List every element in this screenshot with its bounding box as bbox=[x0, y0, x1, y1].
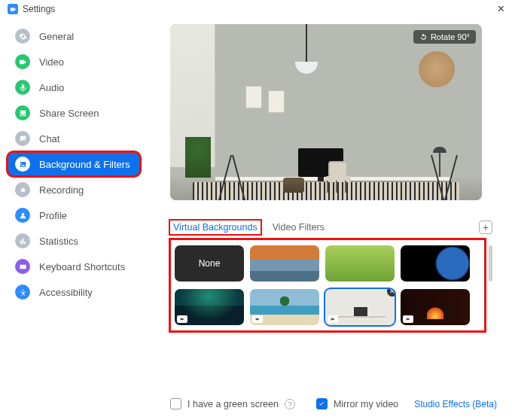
background-thumb-bridge[interactable] bbox=[250, 245, 319, 282]
background-thumb-office[interactable]: ✕ bbox=[325, 289, 395, 325]
tab-video-filters[interactable]: Video Filters bbox=[271, 220, 326, 235]
backgrounds-panel: None✕ bbox=[170, 239, 485, 331]
sidebar-item-label: Chat bbox=[39, 133, 59, 145]
scrollbar[interactable] bbox=[489, 245, 492, 282]
sidebar-item-audio[interactable]: Audio bbox=[8, 75, 140, 99]
stats-icon bbox=[15, 233, 30, 248]
sidebar-item-label: Share Screen bbox=[39, 108, 99, 119]
footer-options: I have a green screen ? Mirror my video … bbox=[170, 398, 497, 409]
audio-icon bbox=[15, 80, 30, 95]
app-logo bbox=[8, 4, 18, 14]
sidebar-item-label: Background & Filters bbox=[39, 159, 130, 170]
mirror-label: Mirror my video bbox=[334, 399, 398, 409]
sidebar-item-label: Keyboard Shortcuts bbox=[39, 261, 125, 272]
sidebar-item-share-screen[interactable]: Share Screen bbox=[8, 101, 140, 125]
sidebar-item-label: Profile bbox=[39, 210, 67, 221]
recording-icon bbox=[15, 182, 30, 197]
sidebar-item-accessibility[interactable]: Accessibility bbox=[8, 280, 140, 304]
background-thumb-fire[interactable] bbox=[401, 289, 470, 325]
sidebar-item-profile[interactable]: Profile bbox=[8, 203, 140, 227]
sidebar-item-label: Video bbox=[39, 56, 64, 68]
rotate-icon bbox=[419, 33, 428, 41]
green-screen-checkbox[interactable] bbox=[170, 398, 181, 409]
video-badge-icon bbox=[328, 315, 338, 323]
background-thumb-grass[interactable] bbox=[325, 245, 395, 282]
rotate-button[interactable]: Rotate 90° bbox=[413, 30, 476, 44]
profile-icon bbox=[15, 208, 30, 223]
sidebar-item-chat[interactable]: Chat bbox=[8, 126, 140, 151]
background-thumb-beach[interactable] bbox=[250, 289, 319, 325]
sidebar-item-background-filters[interactable]: Background & Filters bbox=[8, 152, 140, 176]
window-title: Settings bbox=[23, 4, 55, 14]
sidebar-item-label: Statistics bbox=[39, 236, 78, 247]
sidebar-item-video[interactable]: Video bbox=[8, 50, 140, 74]
video-preview: Rotate 90° bbox=[170, 24, 482, 200]
background-thumb-earth[interactable] bbox=[401, 245, 470, 282]
sidebar-item-label: Accessibility bbox=[39, 287, 93, 298]
keyboard-icon bbox=[15, 259, 30, 274]
mirror-checkbox[interactable] bbox=[316, 398, 328, 409]
video-badge-icon bbox=[252, 315, 263, 323]
sidebar-item-general[interactable]: General bbox=[8, 24, 140, 48]
background-thumb-none[interactable]: None bbox=[175, 245, 244, 282]
tabs: Virtual Backgrounds Video Filters + bbox=[170, 220, 495, 235]
video-badge-icon bbox=[177, 315, 187, 323]
video-icon bbox=[15, 54, 30, 69]
sidebar-item-label: Recording bbox=[39, 184, 84, 196]
sidebar-item-statistics[interactable]: Statistics bbox=[8, 229, 140, 253]
content-pane: Rotate 90° Virtual Backgrounds Video Fil… bbox=[148, 18, 512, 420]
share-icon bbox=[15, 105, 30, 120]
rotate-label: Rotate 90° bbox=[431, 32, 470, 41]
video-badge-icon bbox=[403, 315, 413, 323]
background-thumb-aurora[interactable] bbox=[175, 289, 244, 325]
studio-effects-link[interactable]: Studio Effects (Beta) bbox=[414, 399, 497, 409]
close-button[interactable]: × bbox=[498, 2, 504, 16]
gear-icon bbox=[15, 29, 30, 44]
sidebar-item-label: General bbox=[39, 31, 74, 42]
chat-icon bbox=[15, 131, 30, 146]
backgrounds-grid: None✕ bbox=[175, 245, 480, 325]
add-background-button[interactable]: + bbox=[479, 221, 492, 234]
sidebar-item-label: Audio bbox=[39, 82, 64, 93]
tab-virtual-backgrounds[interactable]: Virtual Backgrounds bbox=[170, 221, 261, 234]
help-icon[interactable]: ? bbox=[285, 399, 295, 409]
remove-background-button[interactable]: ✕ bbox=[387, 289, 395, 297]
background-icon bbox=[15, 157, 30, 172]
sidebar-item-recording[interactable]: Recording bbox=[8, 178, 140, 202]
sidebar-item-keyboard-shortcuts[interactable]: Keyboard Shortcuts bbox=[8, 254, 140, 278]
sidebar: GeneralVideoAudioShare ScreenChatBackgro… bbox=[0, 18, 148, 420]
accessibility-icon bbox=[15, 285, 30, 300]
svg-point-0 bbox=[20, 187, 25, 192]
titlebar: Settings × bbox=[0, 0, 512, 18]
green-screen-label: I have a green screen bbox=[187, 399, 279, 409]
